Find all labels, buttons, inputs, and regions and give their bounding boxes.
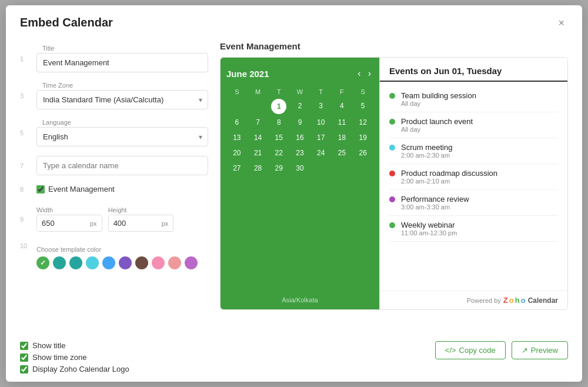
events-powered: Powered by Zoho Calendar [380,291,567,309]
cal-cell-16[interactable]: 16 [289,131,310,145]
calendar-check-label: Event Management [48,185,115,194]
row-num-10: 10 [20,242,36,249]
cal-cell-22[interactable]: 22 [268,146,289,160]
height-unit: px [162,220,173,227]
calendar-name-input[interactable] [36,156,208,175]
cal-cell-17[interactable]: 17 [310,131,332,145]
title-input[interactable] [36,53,208,72]
form-rows: 1 Title 3 Time Zone [20,41,208,273]
color-swatch-violet[interactable] [185,256,198,269]
cal-cell-11[interactable]: 11 [332,115,353,129]
cal-cell-2[interactable]: 2 [289,99,310,114]
cal-cell-5[interactable]: 5 [352,99,373,114]
calendar-week-3: 13 14 15 16 17 18 19 [226,131,373,145]
color-swatch-green[interactable] [36,256,49,269]
calendar-month-year: June 2021 [226,69,269,79]
left-panel: 1 Title 3 Time Zone [20,35,208,328]
event-item-2: Scrum meeting 2:00 am-2:30 am [389,138,558,164]
color-swatch-salmon[interactable] [168,256,181,269]
calendar-check-row: 8 Event Management [20,179,208,199]
cal-cell-10[interactable]: 10 [310,115,332,129]
cal-cell-27[interactable]: 27 [226,161,248,175]
cal-cell-28[interactable]: 28 [248,161,269,175]
cal-cell-3[interactable]: 3 [310,99,332,114]
event-name-3: Product roadmap discussion [401,169,497,178]
cal-cell-4[interactable]: 4 [332,99,353,114]
height-label: Height [108,206,174,213]
color-swatch-cyan[interactable] [86,256,99,269]
preview-icon: ↗ [522,346,528,355]
preview-button[interactable]: ↗ Preview [512,341,568,359]
zoho-logo: Zoho [503,296,526,305]
color-swatch-purple[interactable] [119,256,132,269]
row-num-8: 8 [20,186,36,193]
events-panel: Events on Jun 01, Tuesday Team building … [379,58,567,309]
cal-cell-1[interactable]: 1 [271,99,286,114]
cal-cell-9[interactable]: 9 [289,115,310,129]
color-swatch-pink[interactable] [152,256,165,269]
color-swatches [36,256,208,269]
calendar-prev-button[interactable]: ‹ [355,67,363,80]
cal-cell-30[interactable]: 30 [289,161,310,175]
cal-cell-25[interactable]: 25 [332,146,353,160]
event-item-4: Performance review 3:00 am-3:30 am [389,190,558,216]
cal-cell-7[interactable]: 7 [248,115,269,129]
display-logo-checkbox[interactable] [20,365,28,373]
height-input[interactable] [109,215,162,231]
cal-cell-14[interactable]: 14 [248,131,269,145]
calendar-week-2: 6 7 8 9 10 11 12 [226,115,373,129]
calendar-check-wrap: Event Management [36,182,115,196]
show-title-checkbox[interactable] [20,342,28,350]
show-title-row: Show title [20,341,129,350]
language-select[interactable]: English [36,127,208,146]
event-info-0: Team building session All day [401,91,476,107]
color-label: Choose template color [36,246,208,253]
modal-header: Embed Calendar × [6,5,582,35]
zoho-h: h [515,296,520,305]
event-name-1: Product launch event [401,117,473,126]
color-swatch-brown[interactable] [135,256,148,269]
event-dot-4 [389,196,395,202]
width-input-wrap: px [36,215,102,232]
cal-cell-15[interactable]: 15 [268,131,289,145]
row-num-9: 9 [20,216,36,223]
color-swatch-blue[interactable] [102,256,115,269]
height-group: Height px [108,206,174,232]
zoho-z: Z [503,296,508,305]
timezone-select[interactable]: India Standard Time (Asia/Calcutta) [36,90,208,109]
row-num-5: 5 [20,129,36,136]
event-name-2: Scrum meeting [401,143,452,152]
cal-cell-19[interactable]: 19 [352,131,373,145]
close-button[interactable]: × [554,16,568,29]
calendar-next-button[interactable]: › [366,67,373,80]
color-swatch-teal[interactable] [53,256,66,269]
modal-body: 1 Title 3 Time Zone [6,35,582,335]
event-info-3: Product roadmap discussion 2:00 am-2:10 … [401,169,497,185]
zoho-o2: o [521,296,526,305]
width-input[interactable] [37,215,90,231]
cal-cell-12[interactable]: 12 [352,115,373,129]
cal-cell-29[interactable]: 29 [268,161,289,175]
cal-cell-23[interactable]: 23 [289,146,310,160]
events-list: Team building session All day Product la… [380,82,567,291]
copy-code-button[interactable]: </> Copy code [435,341,506,359]
day-wed: W [289,87,310,96]
cal-cell-21[interactable]: 21 [248,146,269,160]
cal-cell-13[interactable]: 13 [226,131,248,145]
event-time-1: All day [401,126,473,133]
color-swatch-teal2[interactable] [69,256,82,269]
cal-cell-24[interactable]: 24 [310,146,332,160]
calendar-week-5: 27 28 29 30 [226,161,373,175]
calendar-checkbox[interactable] [36,185,45,194]
copy-code-label: Copy code [459,346,496,355]
day-fri: F [332,87,353,96]
footer-checkboxes: Show title Show time zone Display Zoho C… [20,341,129,373]
cal-cell-6[interactable]: 6 [226,115,248,129]
show-timezone-row: Show time zone [20,353,129,362]
cal-cell-20[interactable]: 20 [226,146,248,160]
cal-cell-26[interactable]: 26 [352,146,373,160]
cal-cell-18[interactable]: 18 [332,131,353,145]
show-timezone-checkbox[interactable] [20,353,28,362]
event-info-2: Scrum meeting 2:00 am-2:30 am [401,143,452,159]
cal-cell-8[interactable]: 8 [268,115,289,129]
